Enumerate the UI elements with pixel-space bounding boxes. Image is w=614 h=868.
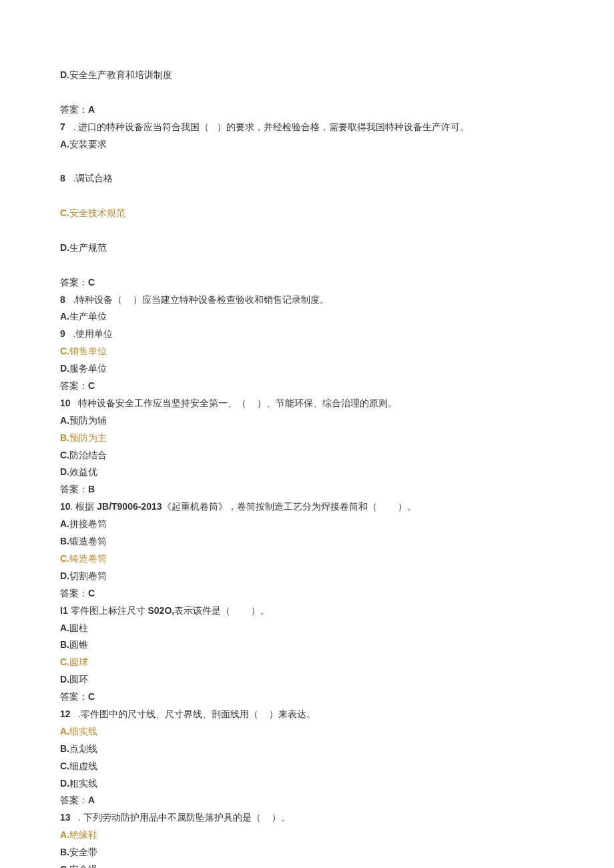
text-segment: 圆环 (69, 674, 88, 685)
text-segment: D. (60, 674, 69, 685)
text-line: 答案：A (60, 792, 554, 809)
text-segment: 零件图上标注尺寸 (71, 605, 148, 616)
text-segment: 10 (60, 398, 71, 408)
text-segment: 切割卷筒 (69, 570, 107, 581)
text-segment: 答案： (60, 104, 88, 115)
text-segment: 圆柱 (69, 622, 88, 633)
text-segment: 答案： (60, 484, 88, 494)
text-segment: . 下列劳动防护用品中不属防坠落护具的是（ ）。 (71, 812, 290, 823)
text-segment: 圆锥 (69, 639, 88, 650)
text-line (60, 153, 554, 170)
text-segment (60, 87, 63, 97)
text-segment: D. (60, 363, 69, 374)
text-segment: B. (60, 847, 69, 857)
text-segment (60, 190, 63, 201)
text-segment: B (88, 484, 95, 494)
text-segment: D. (60, 466, 69, 477)
text-segment: 《起重机卷筒》，卷筒按制造工艺分为焊接卷筒和（ ）。 (162, 501, 416, 512)
text-line: C.安全绳 (60, 861, 554, 868)
text-line: A.生产单位 (60, 308, 554, 326)
text-segment: C (88, 588, 95, 598)
text-segment: 安全生产教育和培训制度 (69, 69, 172, 80)
text-segment: C (88, 380, 95, 391)
text-segment: 防治结合 (69, 450, 107, 460)
text-line: 13 . 下列劳动防护用品中不属防坠落护具的是（ ）。 (60, 809, 554, 827)
text-line: B.点划线 (60, 741, 554, 758)
text-segment: A. (60, 829, 69, 840)
text-segment: 预防为辅 (69, 415, 107, 426)
text-segment: 答案： (60, 380, 88, 391)
text-line (60, 84, 554, 101)
text-segment: D. (60, 570, 69, 581)
text-segment: I1 (60, 605, 71, 616)
text-line: 8 .调试合格 (60, 170, 554, 187)
text-segment: D. (60, 778, 69, 789)
text-line (60, 222, 554, 240)
text-line: C.铸造卷筒 (60, 550, 554, 568)
text-line: A.绝缘鞋 (60, 827, 554, 844)
text-segment: 答案： (60, 277, 88, 288)
text-segment: 安全技术规范 (69, 207, 125, 218)
text-line: 答案：C (60, 585, 554, 602)
text-line: 10. 根据 JB/T9006-2013《起重机卷筒》，卷筒按制造工艺分为焊接卷… (60, 498, 554, 516)
text-segment: 粗实线 (69, 778, 97, 789)
text-segment: B. (60, 743, 69, 754)
text-line: C.销售单位 (60, 343, 554, 360)
text-line: C.安全技术规范 (60, 205, 554, 222)
text-line: D.粗实线 (60, 775, 554, 793)
text-segment: A. (60, 415, 69, 426)
text-segment: 13 (60, 812, 71, 823)
text-line: A.拼接卷筒 (60, 516, 554, 533)
text-line: 答案：C (60, 689, 554, 706)
text-segment: 生产单位 (69, 311, 107, 322)
text-segment: . 进口的特种设备应当符合我国（ ）的要求，并经检验合格，需要取得我国特种设备生… (65, 121, 469, 132)
text-segment: B. (60, 639, 69, 650)
text-line: D.生产规范 (60, 240, 554, 257)
text-segment: B. (60, 536, 69, 546)
text-line: 7 . 进口的特种设备应当符合我国（ ）的要求，并经检验合格，需要取得我国特种设… (60, 119, 554, 136)
text-line: D.服务单位 (60, 360, 554, 378)
text-segment: A. (60, 139, 69, 149)
text-segment: C. (60, 761, 69, 771)
text-segment (60, 155, 63, 166)
text-segment: 生产规范 (69, 242, 107, 253)
text-segment: 拼接卷筒 (69, 518, 107, 529)
text-segment: C. (60, 346, 69, 356)
text-segment: .调试合格 (65, 173, 113, 183)
text-segment: .零件图中的尺寸线、尺寸界线、剖面线用（ ）来表达。 (71, 709, 316, 719)
text-segment: 答案： (60, 795, 88, 805)
text-segment: A (88, 104, 95, 115)
text-segment: JB/T9006-2013 (97, 501, 162, 512)
text-segment: C. (60, 553, 69, 564)
text-segment: 安装要求 (69, 139, 107, 149)
text-segment: A. (60, 622, 69, 633)
text-line (60, 187, 554, 205)
text-segment: 10 (60, 501, 71, 512)
text-segment: 圆球 (69, 657, 88, 667)
text-segment: C. (60, 450, 69, 460)
text-line: A.细实线 (60, 723, 554, 741)
text-segment (60, 225, 63, 236)
text-segment: 细虚线 (69, 761, 97, 771)
text-line: 答案：B (60, 481, 554, 498)
text-segment: 绝缘鞋 (69, 829, 97, 840)
text-line: 答案：A (60, 101, 554, 119)
text-line: 9 .使用单位 (60, 326, 554, 343)
text-line: 答案：C (60, 274, 554, 292)
text-line: D.安全生产教育和培训制度 (60, 67, 554, 84)
text-segment: .特种设备（ ）应当建立特种设备检查验收和销售记录制度。 (65, 294, 329, 305)
document-content: D.安全生产教育和培训制度 答案：A7 . 进口的特种设备应当符合我国（ ）的要… (60, 67, 554, 868)
text-segment: 特种设备安全工作应当坚持安全第一、（ ）、节能环保、综合治理的原则。 (71, 398, 397, 408)
text-segment: C (88, 691, 95, 702)
text-segment: A. (60, 726, 69, 737)
text-segment: 服务单位 (69, 363, 107, 374)
text-line: I1 零件图上标注尺寸 S02O,表示该件是（ ）。 (60, 602, 554, 620)
text-segment: C. (60, 657, 69, 667)
text-line: D.切割卷筒 (60, 568, 554, 585)
text-segment: 答案： (60, 588, 88, 598)
text-line: A.预防为辅 (60, 412, 554, 430)
text-segment: 点划线 (69, 743, 97, 754)
text-segment: A. (60, 311, 69, 322)
text-segment: 效益优 (69, 466, 97, 477)
text-segment: S02O, (147, 605, 174, 616)
